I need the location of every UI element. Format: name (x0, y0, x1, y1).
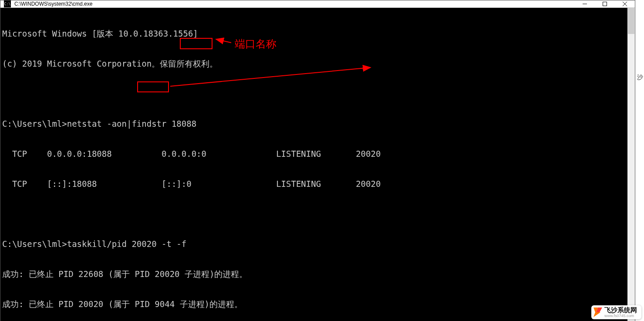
annotation-label-port: 端口名称 (235, 39, 276, 49)
terminal-line: 成功: 已终止 PID 22608 (属于 PID 20020 子进程)的进程。 (2, 269, 626, 279)
watermark-url: www.fs0745.com (604, 314, 637, 318)
maximize-icon (603, 2, 607, 6)
svg-rect-1 (603, 2, 607, 6)
watermark-badge: 飞沙系统网 www.fs0745.com (591, 305, 641, 319)
terminal-line (2, 209, 626, 219)
scrollbar-thumb[interactable] (628, 8, 634, 34)
window-controls (575, 0, 635, 7)
minimize-icon (583, 2, 587, 6)
titlebar[interactable]: C:\ C:\WINDOWS\system32\cmd.exe (0, 0, 635, 8)
terminal-line: 成功: 已终止 PID 20020 (属于 PID 9044 子进程)的进程。 (2, 299, 626, 309)
terminal-line: TCP [::]:18088 [::]:0 LISTENING 20020 (2, 179, 626, 189)
terminal-line: C:\Users\lml>taskkill/pid 20020 -t -f (2, 239, 626, 249)
cmd-icon: C:\ (4, 0, 11, 7)
watermark-title: 飞沙系统网 (604, 307, 637, 314)
side-text-fragment: 沙 (636, 57, 644, 81)
close-icon (623, 2, 627, 6)
minimize-button[interactable] (575, 0, 595, 7)
terminal[interactable]: Microsoft Windows [版本 10.0.18363.1556] (… (0, 8, 627, 321)
svg-line-6 (170, 68, 371, 86)
annotation-box-port (180, 38, 212, 49)
window-title: C:\WINDOWS\system32\cmd.exe (14, 1, 575, 7)
cmd-window: C:\ C:\WINDOWS\system32\cmd.exe Microsof… (0, 0, 635, 321)
terminal-line (2, 89, 626, 99)
svg-line-5 (216, 39, 231, 43)
terminal-line: C:\Users\lml>netstat -aon|findstr 18088 (2, 119, 626, 129)
close-button[interactable] (615, 0, 635, 7)
terminal-line: TCP 0.0.0.0:18088 0.0.0.0:0 LISTENING 20… (2, 149, 626, 159)
terminal-line: Microsoft Windows [版本 10.0.18363.1556] (2, 29, 626, 39)
vertical-scrollbar[interactable] (627, 8, 635, 321)
terminal-area: Microsoft Windows [版本 10.0.18363.1556] (… (0, 8, 635, 321)
maximize-button[interactable] (595, 0, 615, 7)
terminal-line: (c) 2019 Microsoft Corporation。保留所有权利。 (2, 59, 626, 69)
watermark-flag-icon (593, 307, 602, 317)
